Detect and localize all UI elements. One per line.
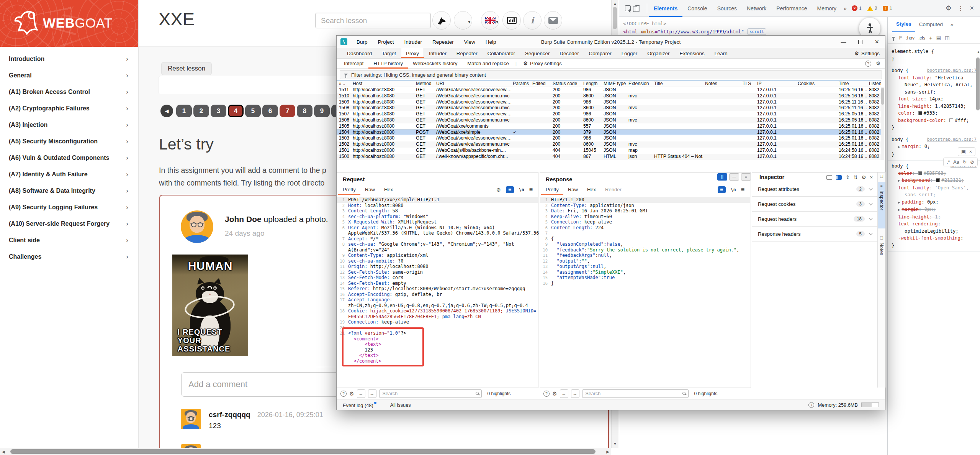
toolbar-icon[interactable]: Aa <box>953 159 959 165</box>
stylesheet-link[interactable]: bootstrap.min.css:7 <box>927 67 977 74</box>
burp-tab-extensions[interactable]: Extensions <box>675 48 710 58</box>
column-header-url[interactable]: URL <box>434 80 510 87</box>
close-button[interactable]: × <box>875 38 879 46</box>
tab-raw[interactable]: Raw <box>360 185 380 195</box>
burp-tab-logger[interactable]: Logger <box>617 48 642 58</box>
sidebar-item-a5-security-misconfiguration[interactable]: (A5) Security Misconfiguration› <box>0 133 138 149</box>
word-wrap-icon[interactable]: ≣ <box>506 186 514 193</box>
http-history-row[interactable]: 1504http://localhost:8080POST/WebGoat/xx… <box>337 130 881 136</box>
column-header-time[interactable]: Time <box>836 80 867 87</box>
layout-columns-button[interactable]: || <box>717 173 727 181</box>
sidebar-item-a10-server-side-request-forgery[interactable]: (A10) Server-side Request Forgery› <box>0 215 138 232</box>
wolf-button[interactable] <box>432 11 451 30</box>
burp-menu-intruder[interactable]: Intruder <box>404 39 422 45</box>
word-wrap-icon[interactable]: ≣ <box>718 186 726 193</box>
doctype-node[interactable]: <!DOCTYPE html> <box>623 21 666 26</box>
lesson-page-4[interactable]: 4 <box>228 105 244 117</box>
sidebar-item-a6-vuln-outdated-components[interactable]: (A6) Vuln & Outdated Components› <box>0 149 138 166</box>
http-history-row[interactable]: 1506http://localhost:8080GET/WebGoat/ser… <box>337 117 881 123</box>
layout-rows-button[interactable]: — <box>729 173 739 181</box>
http-history-filter-bar[interactable]: Filter settings: Hiding CSS, image and g… <box>340 70 882 79</box>
devtools-find-toolbar[interactable]: .*Aa↻⊘ <box>943 158 978 166</box>
column-header-method[interactable]: Method <box>414 80 434 87</box>
language-flag-button[interactable]: ▾ <box>481 11 499 30</box>
burp-menu-burp[interactable]: Burp <box>357 39 368 45</box>
column-header-status-code[interactable]: Status code <box>550 80 581 87</box>
burp-menu-repeater[interactable]: Repeater <box>432 39 454 45</box>
http-history-row[interactable]: 1509http://localhost:8080GET/WebGoat/ser… <box>337 99 881 105</box>
column-header-params[interactable]: Params <box>510 80 530 87</box>
http-history-row[interactable]: 1500http://localhost:8080GET/.well-known… <box>337 154 881 160</box>
toolbar-icon[interactable]: .* <box>947 159 950 165</box>
http-history-row[interactable]: 1511http://localhost:8080GET/WebGoat/ser… <box>337 87 881 93</box>
devtools-tab-console[interactable]: Console <box>682 0 712 17</box>
next-match-button[interactable]: → <box>571 389 579 398</box>
scroll-up-icon[interactable]: ▲ <box>613 2 617 6</box>
tab-pretty[interactable]: Pretty <box>338 185 360 195</box>
lesson-page-9[interactable]: 9 <box>314 105 330 117</box>
lesson-page-1[interactable]: 1 <box>176 105 192 117</box>
tab-hex[interactable]: Hex <box>582 185 600 195</box>
lesson-page-2[interactable]: 2 <box>193 105 209 117</box>
settings-button[interactable]: ⚙Settings <box>849 48 885 58</box>
editor-menu-icon[interactable]: ≡ <box>741 186 744 193</box>
burp-tab-organizer[interactable]: Organizer <box>642 48 674 58</box>
help-icon[interactable]: ? <box>865 61 871 67</box>
search-settings-icon[interactable]: ⚙ <box>349 391 354 397</box>
sidebar-item-a8-software-data-integrity[interactable]: (A8) Software & Data Integrity› <box>0 182 138 199</box>
filter-funnel-icon[interactable] <box>892 37 895 39</box>
newline-toggle-icon[interactable]: \n <box>731 187 736 192</box>
lesson-page-8[interactable]: 8 <box>297 105 312 117</box>
scroll-right-icon[interactable]: ▶ <box>606 450 609 454</box>
devtools-mini-toolbar[interactable]: ▣× <box>958 147 975 156</box>
devtools-tab-sources[interactable]: Sources <box>712 0 742 17</box>
layout-grid-button[interactable]: ≡ <box>741 173 751 181</box>
sidebar-item-a1-broken-access-control[interactable]: (A1) Broken Access Control› <box>0 84 138 100</box>
gear-icon[interactable]: ⚙ <box>862 174 866 180</box>
scroll-down-icon[interactable]: ▼ <box>613 442 617 446</box>
burp-tab-repeater[interactable]: Repeater <box>452 48 483 58</box>
scroll-left-icon[interactable]: ◀ <box>2 450 5 454</box>
previous-page-button[interactable]: ◀ <box>160 105 173 117</box>
event-log-button[interactable]: Event log (48) <box>343 402 376 408</box>
search-settings-icon[interactable]: ⚙ <box>552 391 557 397</box>
inspector-section-response-headers[interactable]: Response headers5 <box>752 227 877 241</box>
collapse-all-icon[interactable]: ⇅ <box>854 174 858 180</box>
tab-hex[interactable]: Hex <box>380 185 398 195</box>
column-header-length[interactable]: Length <box>581 80 601 87</box>
help-icon[interactable]: ? <box>340 391 347 397</box>
warning-badge[interactable]: 2 <box>867 6 877 11</box>
burp-tab-target[interactable]: Target <box>377 48 401 58</box>
scroll-badge[interactable]: scroll <box>747 28 766 35</box>
request-search-input[interactable] <box>380 390 481 398</box>
scroll-up-icon[interactable]: ▲ <box>977 50 980 54</box>
expand-all-icon[interactable]: ⇕ <box>846 174 850 180</box>
table-scrollbar[interactable] <box>881 87 884 160</box>
toolbar-icon[interactable]: × <box>969 149 972 154</box>
inspector-section-request-headers[interactable]: Request headers18 <box>752 212 877 227</box>
burp-tab-dashboard[interactable]: Dashboard <box>342 48 377 58</box>
http-history-row[interactable]: 1501http://localhost:8080GET/WebGoat/js/… <box>337 148 881 154</box>
sidebar-item-introduction[interactable]: Introduction› <box>0 51 138 67</box>
kebab-menu-icon[interactable]: ⋮ <box>957 5 964 12</box>
reset-lesson-button[interactable]: Reset lesson <box>161 62 212 75</box>
next-match-button[interactable]: → <box>368 389 376 398</box>
notes-side-tab[interactable]: ❏ Notes <box>878 234 885 271</box>
css-rule[interactable]: element.style {} <box>888 46 980 65</box>
burp-tab-comparer[interactable]: Comparer <box>584 48 617 58</box>
burp-title-bar[interactable]: ϟ BurpProjectIntruderRepeaterViewHelp Bu… <box>337 36 885 48</box>
burp-subtab-intercept[interactable]: Intercept <box>339 59 368 69</box>
issues-badge[interactable]: !1 <box>883 6 892 11</box>
column-header-listener[interactable]: Listener <box>867 80 881 87</box>
burp-tab-intruder[interactable]: Intruder <box>424 48 452 58</box>
dock-icon[interactable]: ❏ <box>878 172 885 181</box>
column-header-extension[interactable]: Extension <box>626 80 652 87</box>
new-style-rule-button[interactable]: + <box>929 34 933 41</box>
column-header-notes[interactable]: Notes <box>703 80 740 87</box>
inspector-section-request-attributes[interactable]: Request attributes2 <box>752 182 877 197</box>
filter-field[interactable]: F <box>899 35 902 41</box>
hide-nonprintable-icon[interactable]: ⊘ <box>496 187 501 193</box>
layout-toggle-active-icon[interactable] <box>836 175 842 180</box>
devtools-tab-performance[interactable]: Performance <box>771 0 812 17</box>
maximize-button[interactable] <box>858 40 862 44</box>
